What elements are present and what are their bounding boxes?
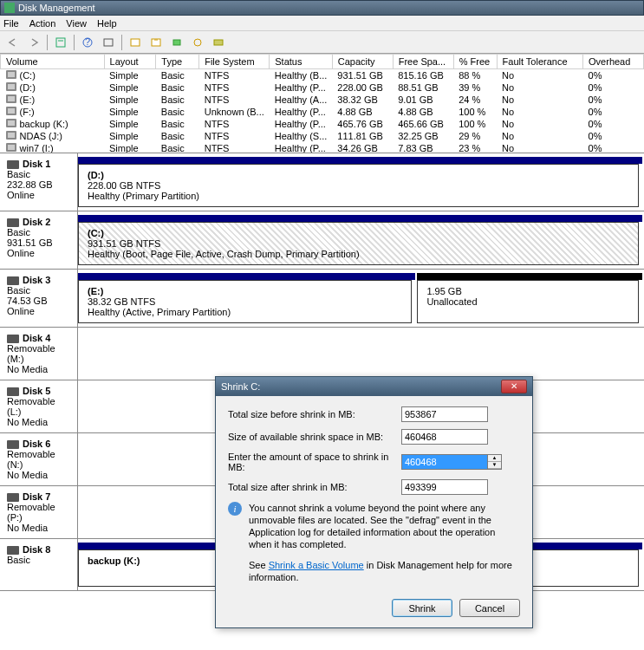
menu-help[interactable]: Help [97, 18, 117, 29]
column-header[interactable]: Layout [104, 55, 156, 69]
tool-icon-1[interactable] [126, 34, 145, 51]
column-header[interactable]: Free Spa... [393, 55, 453, 69]
shrink-amount-input[interactable] [401, 454, 488, 470]
avail-field [401, 429, 488, 445]
properties-icon[interactable] [51, 34, 70, 51]
disk-row[interactable]: Disk 2Basic931.51 GBOnline(C:)931.51 GB … [0, 211, 644, 270]
menu-action[interactable]: Action [29, 18, 56, 29]
disk-info: Disk 7Removable (P:)No Media [0, 486, 78, 538]
app-icon [4, 3, 15, 13]
column-header[interactable]: Status [270, 55, 333, 69]
help-link[interactable]: Shrink a Basic Volume [269, 560, 364, 570]
svg-point-8 [194, 39, 201, 46]
column-header[interactable]: Volume [1, 55, 105, 69]
disk-info: Disk 2Basic931.51 GBOnline [0, 211, 78, 269]
disk-icon [7, 493, 19, 502]
avail-label: Size of available shrink space in MB: [228, 432, 401, 442]
disk-info: Disk 6Removable (N:)No Media [0, 433, 78, 485]
disk-icon [7, 160, 19, 169]
svg-rect-9 [214, 40, 223, 45]
svg-rect-7 [173, 40, 180, 45]
drive-icon [6, 119, 16, 127]
svg-text:?: ? [85, 37, 90, 47]
total-after-field [401, 479, 488, 495]
disk-empty [78, 328, 644, 380]
disk-icon [7, 546, 19, 555]
window-title: Disk Management [18, 3, 95, 13]
help-icon[interactable]: ? [78, 34, 97, 51]
disk-info: Disk 4Removable (M:)No Media [0, 328, 78, 380]
partition[interactable]: (C:)931.51 GB NTFSHealthy (Boot, Page Fi… [78, 222, 639, 265]
partition[interactable]: (D:)228.00 GB NTFSHealthy (Primary Parti… [78, 164, 639, 207]
volume-list[interactable]: VolumeLayoutTypeFile SystemStatusCapacit… [0, 54, 644, 153]
info-text-1: You cannot shrink a volume beyond the po… [249, 502, 520, 550]
menu-view[interactable]: View [66, 18, 87, 29]
spinner-up-icon[interactable]: ▲ [488, 455, 501, 462]
partition[interactable]: (E:)38.32 GB NTFSHealthy (Active, Primar… [78, 280, 412, 323]
svg-rect-4 [104, 39, 113, 46]
info-icon: i [228, 502, 242, 516]
drive-icon [6, 94, 16, 103]
tool-icon-5[interactable] [209, 34, 228, 51]
enter-label: Enter the amount of space to shrink in M… [228, 452, 401, 472]
volume-row[interactable]: NDAS (J:)SimpleBasicNTFSHealthy (S...111… [1, 130, 644, 142]
window-titlebar[interactable]: Disk Management [0, 0, 644, 16]
toolbar: ? [0, 31, 644, 54]
volume-row[interactable]: (F:)SimpleBasicUnknown (B...Healthy (P..… [1, 106, 644, 118]
dialog-title: Shrink C: [221, 381, 260, 392]
drive-icon [6, 82, 16, 91]
column-header[interactable]: Fault Tolerance [497, 55, 582, 69]
column-header[interactable]: Overhead [583, 55, 644, 69]
column-header[interactable]: Type [156, 55, 199, 69]
drive-icon [6, 131, 16, 140]
forward-button[interactable] [24, 34, 43, 51]
total-after-label: Total size after shrink in MB: [228, 482, 401, 492]
disk-row[interactable]: Disk 3Basic74.53 GBOnline(E:)38.32 GB NT… [0, 270, 644, 328]
disk-info: Disk 5Removable (L:)No Media [0, 380, 78, 432]
tool-icon-4[interactable] [188, 34, 207, 51]
disk-row[interactable]: Disk 4Removable (M:)No Media [0, 328, 644, 380]
tool-icon-2[interactable] [146, 34, 166, 51]
volume-row[interactable]: (D:)SimpleBasicNTFSHealthy (P...228.00 G… [1, 81, 644, 94]
spinner-down-icon[interactable]: ▼ [488, 462, 501, 469]
disk-icon [7, 276, 19, 285]
column-header[interactable]: Capacity [332, 55, 393, 69]
disk-icon [7, 218, 19, 227]
back-button[interactable] [3, 34, 23, 51]
drive-icon [6, 107, 16, 115]
column-header[interactable]: % Free [453, 55, 497, 69]
disk-row[interactable]: Disk 1Basic232.88 GBOnline(D:)228.00 GB … [0, 153, 644, 211]
disk-info: Disk 1Basic232.88 GBOnline [0, 153, 78, 211]
disk-info: Disk 3Basic74.53 GBOnline [0, 270, 78, 327]
dialog-titlebar[interactable]: Shrink C: ✕ [216, 377, 532, 396]
drive-icon [6, 143, 16, 152]
total-before-label: Total size before shrink in MB: [228, 409, 401, 419]
volume-row[interactable]: (E:)SimpleBasicNTFSHealthy (A...38.32 GB… [1, 94, 644, 106]
column-header[interactable]: File System [199, 55, 270, 69]
info-text-2: See Shrink a Basic Volume in Disk Manage… [249, 559, 520, 583]
menu-file[interactable]: File [3, 18, 19, 29]
spinner[interactable]: ▲▼ [488, 454, 502, 470]
drive-icon [6, 70, 16, 79]
svg-rect-0 [56, 38, 65, 47]
close-icon[interactable]: ✕ [501, 380, 527, 393]
svg-rect-5 [131, 39, 140, 46]
menu-bar: File Action View Help [0, 16, 644, 31]
volume-row[interactable]: backup (K:)SimpleBasicNTFSHealthy (P...4… [1, 118, 644, 130]
partition[interactable]: 1.95 GBUnallocated [417, 280, 639, 323]
shrink-dialog: Shrink C: ✕ Total size before shrink in … [215, 376, 533, 591]
volume-row[interactable]: win7 (I:)SimpleBasicNTFSHealthy (P...34.… [1, 142, 644, 153]
settings-icon[interactable] [99, 34, 118, 51]
disk-info: Disk 8Basic [0, 539, 78, 590]
total-before-field [401, 406, 488, 422]
volume-row[interactable]: (C:)SimpleBasicNTFSHealthy (B...931.51 G… [1, 69, 644, 82]
tool-icon-3[interactable] [167, 34, 186, 51]
disk-icon [7, 440, 19, 449]
disk-icon [7, 387, 19, 396]
disk-icon [7, 335, 19, 343]
